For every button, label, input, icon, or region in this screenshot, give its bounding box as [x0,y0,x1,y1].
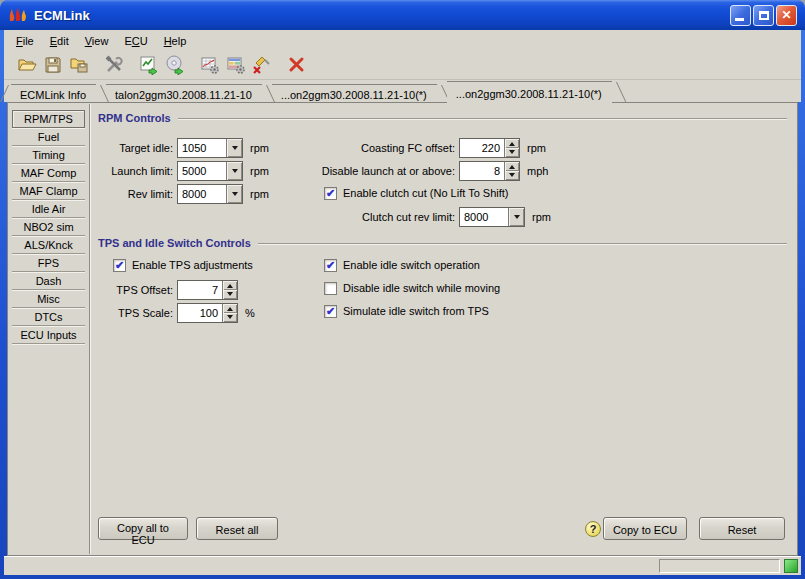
toolbar-chart-settings-button[interactable] [223,53,249,77]
sidebar-item-dash[interactable]: Dash [12,272,85,290]
enable-idle-switch-row: ✔ Enable idle switch operation [324,257,480,273]
clutch-cut-rev-limit-dropdown-button[interactable] [508,208,524,226]
sidebar-item-misc[interactable]: Misc [12,290,85,308]
arrow-up-icon [227,304,233,311]
spin-down-button[interactable] [505,171,519,180]
sidebar-item-timing[interactable]: Timing [12,146,85,164]
spin-up-button[interactable] [505,139,519,148]
sidebar-item-nbo2-sim[interactable]: NBO2 sim [12,218,85,236]
spin-down-button[interactable] [505,148,519,157]
sidebar-item-dtcs[interactable]: DTCs [12,308,85,326]
rpm-controls-group-header: RPM Controls [98,112,787,124]
menu-ecu[interactable]: ECU [116,32,155,50]
rev-limit-value[interactable]: 8000 [178,185,226,203]
close-icon: ✕ [781,9,791,21]
clutch-cut-rev-limit-value[interactable]: 8000 [460,208,508,226]
sidebar-item-ecu-inputs[interactable]: ECU Inputs [12,326,85,344]
simulate-idle-switch-label: Simulate idle switch from TPS [343,305,489,317]
toolbar-save-folder-button[interactable] [66,53,92,77]
tab-ecmlink-info[interactable]: ECMLink Info [11,84,96,102]
sidebar-item-fps[interactable]: FPS [12,254,85,272]
disable-launch-unit: mph [527,165,548,177]
target-idle-value[interactable]: 1050 [178,139,226,157]
maximize-button[interactable] [753,5,774,26]
tps-scale-value[interactable]: 100 [178,304,222,322]
reset-button[interactable]: Reset [699,517,785,540]
spinner-buttons [222,304,237,322]
simulate-idle-switch-row: ✔ Simulate idle switch from TPS [324,303,489,319]
tab-file-1[interactable]: talon2ggm30.2008.11.21-10 [106,84,262,102]
arrow-up-icon [227,281,233,288]
tps-offset-row: TPS Offset: 7 [90,279,245,300]
tps-offset-spinner[interactable]: 7 [177,280,238,300]
clutch-cut-rev-limit-unit: rpm [532,211,551,223]
menu-edit[interactable]: Edit [42,32,77,50]
spin-up-button[interactable] [505,162,519,171]
sidebar-item-maf-comp[interactable]: MAF Comp [12,164,85,182]
help-icon[interactable]: ? [585,521,601,537]
red-x-icon [287,55,307,75]
sidebar-item-fuel[interactable]: Fuel [12,128,85,146]
reset-all-button[interactable]: Reset all [196,517,278,540]
titlebar: ECMLink ✕ [0,0,805,30]
launch-limit-label: Launch limit: [90,165,173,177]
minimize-button[interactable] [730,5,751,26]
toolbar-save-button[interactable] [40,53,66,77]
tps-scale-label: TPS Scale: [90,307,173,319]
sidebar-item-rpm-tps[interactable]: RPM/TPS [12,110,85,128]
table-settings-icon [200,55,220,75]
spinner-buttons [504,139,519,157]
disable-launch-value[interactable]: 8 [460,162,504,180]
arrow-down-icon [509,173,515,180]
target-idle-label: Target idle: [90,142,173,154]
tab-file-3-active[interactable]: ...on2ggm30.2008.11.21-10(*) [447,81,612,102]
close-button[interactable]: ✕ [776,5,797,26]
tps-offset-value[interactable]: 7 [178,281,222,299]
group-divider-line [258,243,787,245]
spin-up-button[interactable] [223,281,237,290]
enable-idle-switch-checkbox[interactable]: ✔ [324,259,337,272]
enable-tps-label: Enable TPS adjustments [132,259,253,271]
tps-scale-spinner[interactable]: 100 [177,303,238,323]
spin-down-button[interactable] [223,313,237,322]
sidebar-item-idle-air[interactable]: Idle Air [12,200,85,218]
connection-status-led [784,559,798,573]
menu-file[interactable]: File [8,32,42,50]
sidebar-item-maf-clamp[interactable]: MAF Clamp [12,182,85,200]
toolbar-tools-button[interactable] [101,53,127,77]
menu-view[interactable]: View [77,32,117,50]
tab-strip: ECMLink Info talon2ggm30.2008.11.21-10 .… [4,80,801,102]
toolbar-write-disc-button[interactable] [162,53,188,77]
tab-file-2[interactable]: ...on2ggm30.2008.11.21-10(*) [272,84,437,102]
spin-down-button[interactable] [223,290,237,299]
coasting-fc-offset-spinner[interactable]: 220 [459,138,520,158]
disable-idle-switch-moving-row: Disable idle switch while moving [324,280,500,296]
simulate-idle-switch-checkbox[interactable]: ✔ [324,305,337,318]
toolbar-export-chart-button[interactable] [136,53,162,77]
arrow-up-icon [509,139,515,146]
menu-help[interactable]: Help [156,32,195,50]
copy-to-ecu-button[interactable]: Copy to ECU [603,517,687,540]
launch-limit-value[interactable]: 5000 [178,162,226,180]
coasting-fc-offset-value[interactable]: 220 [460,139,504,157]
rev-limit-combo[interactable]: 8000 [177,184,243,204]
clutch-cut-rev-limit-combo[interactable]: 8000 [459,207,525,227]
enable-tps-checkbox[interactable]: ✔ [113,259,126,272]
clutch-cut-rev-limit-row: Clutch cut rev limit: 8000 rpm [225,206,551,227]
save-folder-icon [69,55,89,75]
disable-launch-spinner[interactable]: 8 [459,161,520,181]
rev-limit-dropdown-button[interactable] [226,185,242,203]
sidebar-item-als-knck[interactable]: ALS/Knck [12,236,85,254]
enable-clutch-cut-checkbox[interactable]: ✔ [324,187,337,200]
copy-all-to-ecu-button[interactable]: Copy all to ECU [98,517,188,540]
toolbar-delete-button[interactable] [284,53,310,77]
arrow-down-icon [509,150,515,157]
toolbar-table-settings-button[interactable] [197,53,223,77]
spin-up-button[interactable] [223,304,237,313]
toolbar-cleanup-button[interactable] [249,53,275,77]
disable-idle-switch-moving-checkbox[interactable] [324,282,337,295]
group-divider-line [178,118,787,120]
app-logo-icon [8,6,28,24]
clutch-cut-rev-limit-label: Clutch cut rev limit: [225,211,455,223]
toolbar-open-button[interactable] [14,53,40,77]
